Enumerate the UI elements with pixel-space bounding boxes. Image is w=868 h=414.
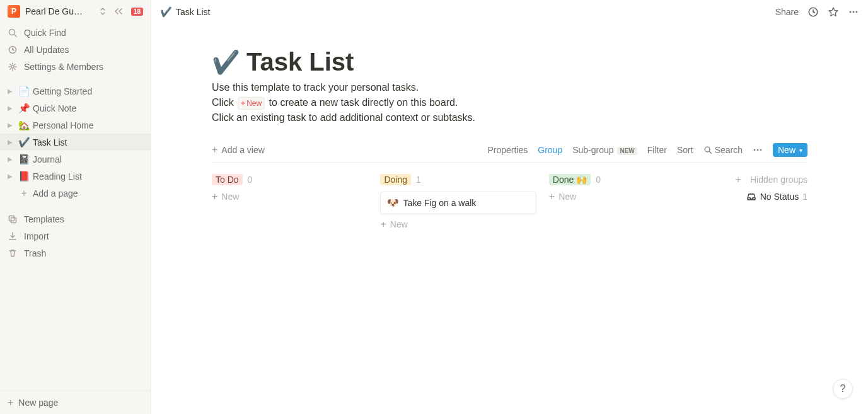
svg-point-9 [705, 147, 710, 152]
board: To Do 0 + New Doing 1 🐶 Take Fig on a wa… [212, 174, 807, 229]
card-title: Take Fig on a walk [403, 198, 476, 208]
board-column-done: Done 🙌 0 + New [549, 174, 705, 202]
board-card[interactable]: 🐶 Take Fig on a walk [380, 192, 536, 214]
column-header[interactable]: To Do 0 [212, 174, 367, 185]
sidebar-templates[interactable]: Templates [0, 210, 151, 227]
sidebar-page-task-list[interactable]: ▶ ✔️ Task List [0, 134, 151, 151]
disclosure-icon[interactable]: ▶ [5, 156, 15, 163]
sidebar-add-page[interactable]: ▶ + Add a page [0, 185, 151, 202]
search-icon [703, 146, 712, 154]
card-icon: 🐶 [387, 197, 399, 209]
search-button[interactable]: Search [703, 145, 743, 155]
workspace-name: Pearl De Gu… [25, 6, 95, 16]
page-icon: 📄 [18, 86, 30, 97]
plus-icon: + [380, 219, 386, 229]
board-hidden-groups: + Hidden groups No Status 1 [717, 174, 807, 202]
board-column-todo: To Do 0 + New [212, 174, 367, 202]
new-badge: NEW [617, 147, 637, 155]
no-status-label: No Status [760, 192, 799, 202]
column-header[interactable]: Doing 1 [380, 174, 536, 185]
page-content: ✔️ Task List Use this template to track … [151, 23, 868, 414]
group-button[interactable]: Group [538, 145, 562, 155]
page-label: Add a page [33, 188, 78, 198]
no-status-group[interactable]: No Status 1 [717, 192, 807, 202]
svg-point-6 [850, 11, 852, 13]
workspace-avatar: P [8, 5, 20, 18]
disclosure-icon[interactable]: ▶ [5, 122, 15, 129]
column-count: 0 [248, 175, 253, 185]
favorite-icon[interactable] [828, 6, 839, 18]
inline-new-badge: +New [238, 97, 265, 110]
desc-line: Use this template to track your personal… [212, 80, 807, 95]
gear-icon [8, 62, 19, 72]
sidebar-page-personal-home[interactable]: ▶ 🏡 Personal Home [0, 117, 151, 134]
svg-point-2 [11, 66, 14, 68]
more-icon[interactable] [848, 6, 859, 18]
column-count: 1 [416, 175, 421, 185]
sidebar-settings[interactable]: Settings & Members [0, 58, 151, 75]
workspace-switcher[interactable]: P Pearl De Gu… 18 [0, 0, 151, 23]
plus-icon: + [212, 192, 217, 202]
sidebar-trash[interactable]: Trash [0, 244, 151, 262]
properties-button[interactable]: Properties [487, 145, 528, 155]
sort-button[interactable]: Sort [677, 145, 693, 155]
notification-badge: 18 [131, 8, 143, 16]
plus-icon: + [18, 188, 30, 198]
sidebar-page-reading-list[interactable]: ▶ 📕 Reading List [0, 168, 151, 185]
plus-icon: + [549, 192, 555, 202]
svg-point-8 [856, 11, 858, 13]
collapse-sidebar-icon[interactable] [113, 8, 124, 15]
breadcrumb[interactable]: ✔️ Task List [160, 6, 210, 18]
sidebar: P Pearl De Gu… 18 Quick Find All Updates [0, 0, 151, 414]
sidebar-page-quick-note[interactable]: ▶ 📌 Quick Note [0, 100, 151, 117]
hidden-groups-label[interactable]: Hidden groups [750, 175, 807, 185]
plus-icon: + [212, 145, 217, 155]
svg-rect-4 [11, 217, 16, 222]
page-description[interactable]: Use this template to track your personal… [212, 80, 807, 125]
page-label: Reading List [33, 171, 82, 181]
disclosure-icon[interactable]: ▶ [5, 139, 15, 146]
updown-icon [100, 8, 106, 15]
sidebar-quick-find[interactable]: Quick Find [0, 24, 151, 41]
plus-icon: + [8, 398, 13, 408]
disclosure-icon[interactable]: ▶ [5, 173, 15, 180]
sidebar-import[interactable]: Import [0, 227, 151, 244]
templates-icon [8, 214, 19, 224]
sidebar-all-updates[interactable]: All Updates [0, 41, 151, 58]
page-label: Personal Home [33, 120, 94, 130]
page-icon: 📌 [18, 103, 30, 114]
column-new-button[interactable]: + New [380, 219, 536, 229]
page-label: Getting Started [33, 86, 92, 96]
sidebar-page-journal[interactable]: ▶ 📓 Journal [0, 151, 151, 168]
topbar: ✔️ Task List Share [151, 0, 868, 23]
sub-group-button[interactable]: Sub-group NEW [572, 145, 637, 155]
more-icon[interactable] [753, 145, 763, 155]
breadcrumb-icon: ✔️ [160, 6, 172, 18]
page-icon: 📓 [18, 154, 30, 165]
updates-icon[interactable] [807, 6, 819, 18]
add-group-button[interactable]: + [736, 174, 741, 185]
page-icon: 📕 [18, 171, 30, 182]
sidebar-page-getting-started[interactable]: ▶ 📄 Getting Started [0, 83, 151, 100]
help-button[interactable]: ? [833, 379, 853, 399]
page-icon: 🏡 [18, 120, 30, 131]
breadcrumb-title: Task List [176, 7, 210, 17]
sidebar-item-label: Settings & Members [24, 62, 103, 72]
disclosure-icon[interactable]: ▶ [5, 105, 15, 112]
sidebar-item-label: Templates [24, 214, 64, 224]
filter-button[interactable]: Filter [647, 145, 667, 155]
disclosure-icon[interactable]: ▶ [5, 88, 15, 95]
svg-point-0 [9, 29, 15, 35]
page-title[interactable]: ✔️ Task List [212, 48, 807, 76]
new-button[interactable]: New ▾ [773, 143, 807, 157]
column-new-button[interactable]: + New [212, 192, 367, 202]
add-view-button[interactable]: + Add a view [212, 145, 265, 155]
column-new-button[interactable]: + New [549, 192, 705, 202]
sidebar-new-page[interactable]: + New page [0, 391, 151, 414]
column-header[interactable]: Done 🙌 0 [549, 174, 705, 185]
sidebar-item-label: Trash [24, 248, 46, 258]
db-toolbar: + Add a view Properties Group Sub-group … [212, 143, 807, 163]
import-icon [8, 231, 19, 241]
sidebar-page-list: ▶ 📄 Getting Started ▶ 📌 Quick Note ▶ 🏡 P… [0, 83, 151, 202]
share-button[interactable]: Share [775, 7, 799, 17]
